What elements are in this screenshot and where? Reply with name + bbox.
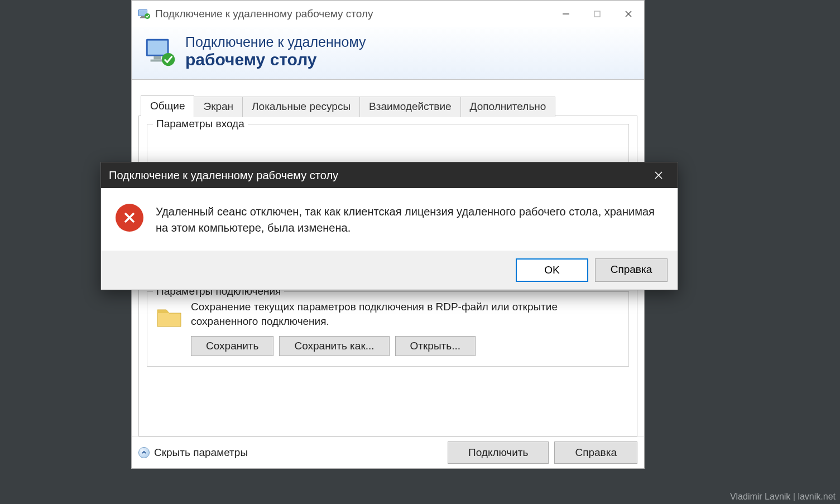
- tab-advanced[interactable]: Дополнительно: [460, 97, 556, 117]
- error-dialog-body: Удаленный сеанс отключен, так как клиент…: [101, 188, 678, 251]
- svg-point-13: [162, 52, 175, 65]
- rdp-app-icon: [137, 7, 151, 21]
- svg-rect-10: [148, 40, 167, 54]
- error-ok-button[interactable]: OK: [516, 258, 588, 282]
- svg-rect-6: [594, 11, 600, 17]
- error-help-button[interactable]: Справка: [595, 258, 668, 282]
- save-button[interactable]: Сохранить: [191, 336, 273, 356]
- svg-rect-2: [141, 16, 145, 17]
- svg-point-4: [145, 13, 150, 19]
- minimize-button[interactable]: [550, 1, 582, 27]
- tab-general[interactable]: Общие: [141, 95, 194, 116]
- banner: Подключение к удаленному рабочему столу: [132, 27, 644, 80]
- connect-button[interactable]: Подключить: [448, 441, 549, 464]
- main-help-button[interactable]: Справка: [554, 441, 637, 464]
- svg-rect-11: [153, 56, 161, 59]
- bottom-bar: Скрыть параметры Подключить Справка: [132, 436, 644, 468]
- watermark: Vladimir Lavnik | lavnik.net: [730, 492, 836, 502]
- hide-params-label: Скрыть параметры: [154, 447, 248, 459]
- folder-icon: [155, 302, 183, 330]
- error-message: Удаленный сеанс отключен, так как клиент…: [156, 204, 663, 236]
- save-as-button[interactable]: Сохранить как...: [279, 336, 389, 356]
- error-dialog-footer: OK Справка: [101, 251, 678, 290]
- window-controls: [550, 1, 644, 27]
- connection-params-desc: Сохранение текущих параметров подключени…: [191, 300, 621, 328]
- window-title: Подключение к удаленному рабочему столу: [155, 8, 550, 20]
- login-params-legend: Параметры входа: [153, 118, 248, 130]
- connection-params-group: Параметры подключения Сохранение текущих…: [147, 291, 629, 367]
- error-dialog-title: Подключение к удаленному рабочему столу: [109, 169, 647, 182]
- error-dialog: Подключение к удаленному рабочему столу …: [100, 162, 678, 290]
- tab-strip: Общие Экран Локальные ресурсы Взаимодейс…: [138, 95, 637, 116]
- titlebar: Подключение к удаленному рабочему столу: [132, 1, 644, 27]
- error-icon: [116, 204, 143, 232]
- rdp-banner-icon: [143, 35, 177, 69]
- tab-screen[interactable]: Экран: [194, 97, 243, 117]
- error-dialog-titlebar: Подключение к удаленному рабочему столу: [101, 162, 678, 188]
- hide-params-toggle[interactable]: Скрыть параметры: [138, 447, 442, 459]
- tab-interaction[interactable]: Взаимодействие: [359, 97, 461, 117]
- svg-rect-3: [140, 17, 146, 18]
- close-button[interactable]: [613, 1, 644, 27]
- banner-line1: Подключение к удаленному: [185, 34, 366, 50]
- maximize-button[interactable]: [582, 1, 613, 27]
- open-button[interactable]: Открыть...: [395, 336, 476, 356]
- tab-local-resources[interactable]: Локальные ресурсы: [242, 97, 360, 117]
- chevron-up-icon: [138, 447, 150, 458]
- banner-line2: рабочему столу: [185, 50, 366, 69]
- error-dialog-close-button[interactable]: [647, 171, 670, 180]
